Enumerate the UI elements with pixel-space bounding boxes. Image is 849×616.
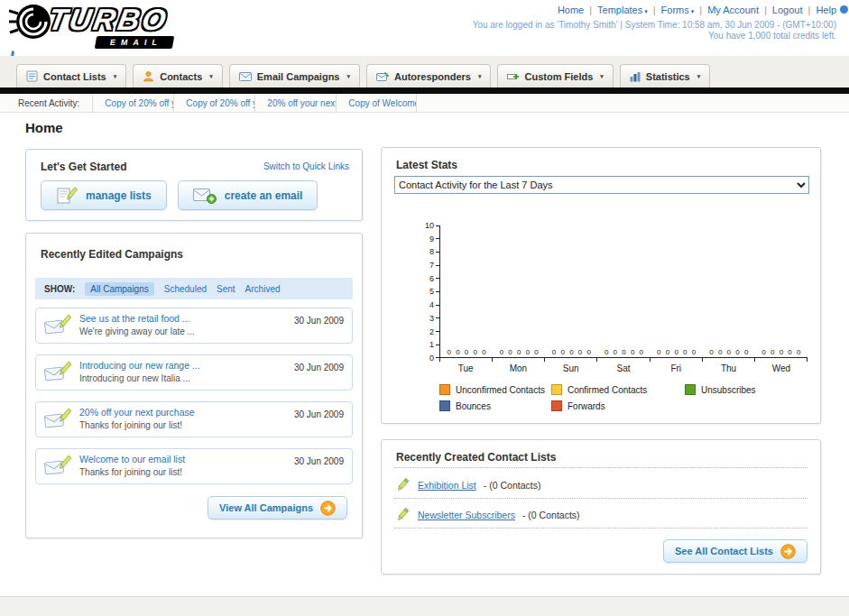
legend-swatch bbox=[685, 384, 696, 395]
recent-activity-item[interactable]: Copy of 20% off yo bbox=[92, 94, 173, 112]
logo-swoosh-icon bbox=[9, 3, 51, 42]
legend-item: Bounces bbox=[439, 400, 551, 411]
chart-x-label: Wed bbox=[755, 363, 807, 373]
campaign-title-link[interactable]: Welcome to our email list bbox=[79, 453, 286, 466]
campaign-title-link[interactable]: See us at the retail food ... bbox=[79, 312, 286, 326]
chart-y-tick: 7 bbox=[400, 261, 439, 270]
chart-legend: Unconfirmed ContactsConfirmed ContactsUn… bbox=[439, 384, 756, 411]
filter-scheduled[interactable]: Scheduled bbox=[164, 284, 207, 294]
chart-y-tick-label: 4 bbox=[429, 300, 434, 309]
chart-value-labels: 0 0 0 0 00 0 0 0 00 0 0 0 00 0 0 0 00 0 … bbox=[440, 348, 807, 356]
chart-y-tick: 4 bbox=[400, 300, 439, 309]
campaign-text: 20% off your next purchase Thanks for jo… bbox=[79, 406, 286, 433]
see-all-contact-lists-button[interactable]: See All Contact Lists bbox=[663, 539, 807, 563]
chart-y-tick-label: 6 bbox=[429, 274, 434, 283]
campaign-row[interactable]: 20% off your next purchase Thanks for jo… bbox=[35, 401, 353, 437]
legend-swatch bbox=[551, 400, 562, 411]
help-icon[interactable] bbox=[840, 5, 848, 14]
logo-main-text: TURBO bbox=[46, 3, 171, 37]
contact-list-row: Exhibition List - (0 Contacts) bbox=[394, 473, 807, 497]
campaign-row[interactable]: See us at the retail food ... We're givi… bbox=[35, 308, 353, 344]
campaign-row[interactable]: Welcome to our email list Thanks for joi… bbox=[35, 448, 353, 484]
campaign-date: 30 Jun 2009 bbox=[294, 456, 344, 466]
tab-label: Contact Lists bbox=[43, 71, 106, 82]
recent-activity-item[interactable]: Copy of Welcome to bbox=[336, 94, 417, 112]
chart-zero-values: 0 0 0 0 0 bbox=[440, 348, 493, 356]
chart-x-label: Sat bbox=[597, 363, 650, 373]
dropdown-arrow-icon: ▾ bbox=[644, 8, 648, 14]
campaign-list: See us at the retail food ... We're givi… bbox=[35, 308, 353, 484]
top-link-templates[interactable]: Templates▾ bbox=[597, 5, 648, 15]
recent-activity-text: Copy of Welcome to bbox=[348, 98, 417, 108]
chart-y-tick-label: 9 bbox=[429, 234, 434, 244]
see-all-contact-lists-label: See All Contact Lists bbox=[675, 546, 773, 556]
dropdown-arrow-icon: ▾ bbox=[600, 73, 604, 80]
legend-label: Unsubscribes bbox=[701, 385, 756, 395]
chart-y-tick: 9 bbox=[400, 234, 439, 244]
create-email-button[interactable]: create an email bbox=[178, 180, 318, 210]
filter-archived[interactable]: Archived bbox=[245, 284, 281, 294]
recent-activity-item[interactable]: 20% off your next bbox=[254, 94, 336, 112]
chart-x-label: Fri bbox=[650, 363, 702, 373]
chart-zero-values: 0 0 0 0 0 bbox=[755, 348, 807, 356]
filter-sent[interactable]: Sent bbox=[217, 284, 235, 294]
separator: | bbox=[699, 5, 702, 15]
chart-y-tick-label: 0 bbox=[429, 354, 434, 363]
campaigns-title: Recently Edited Campaigns bbox=[41, 248, 183, 261]
chart-y-tick: 0 bbox=[400, 354, 439, 363]
separator bbox=[394, 467, 807, 468]
chart-y-tick: 8 bbox=[400, 247, 439, 256]
legend-label: Unconfirmed Contacts bbox=[456, 385, 545, 395]
chart-plot-area: 0 0 0 0 00 0 0 0 00 0 0 0 00 0 0 0 00 0 … bbox=[439, 225, 807, 358]
tab-label: Email Campaigns bbox=[257, 71, 340, 82]
campaign-envelope-pencil-icon bbox=[44, 314, 71, 337]
manage-lists-label: manage lists bbox=[86, 189, 152, 202]
main-nav: Contact Lists▾ Contacts▾ Email Campaigns… bbox=[0, 56, 849, 87]
top-link-help[interactable]: Help bbox=[816, 5, 836, 15]
contact-list-link[interactable]: Newsletter Subscribers bbox=[418, 510, 515, 520]
tab-custom-fields[interactable]: Custom Fields▾ bbox=[497, 64, 613, 87]
chart-y-tick: 3 bbox=[400, 314, 439, 323]
top-link-logout[interactable]: Logout bbox=[772, 5, 803, 15]
tab-autoresponders[interactable]: Autoresponders▾ bbox=[366, 64, 491, 87]
tab-contact-lists[interactable]: Contact Lists▾ bbox=[16, 64, 126, 87]
manage-lists-icon bbox=[56, 186, 78, 206]
contact-list-count: - (0 Contacts) bbox=[522, 510, 580, 520]
campaign-title-link[interactable]: Introducing our new range ... bbox=[79, 359, 286, 372]
separator: | bbox=[589, 5, 592, 15]
view-all-campaigns-button[interactable]: View All Campaigns bbox=[208, 496, 347, 519]
chart-y-tick-label: 2 bbox=[429, 327, 434, 336]
legend-swatch bbox=[551, 384, 562, 395]
logo: TURBO EMAIL bbox=[9, 3, 235, 53]
contact-list-link[interactable]: Exhibition List bbox=[418, 480, 476, 491]
campaigns-panel: Recently Edited Campaigns SHOW: All Camp… bbox=[25, 233, 363, 538]
contact-lists-icon bbox=[26, 70, 38, 82]
recent-activity-item[interactable]: Copy of 20% off yo bbox=[173, 94, 254, 112]
chart-y-axis: 109876543210 bbox=[400, 221, 439, 363]
contact-list-count: - (0 Contacts) bbox=[484, 480, 541, 491]
chart-y-tick: 5 bbox=[400, 287, 439, 296]
recent-activity-text: Copy of 20% off yo bbox=[186, 98, 254, 108]
stats-activity-select[interactable]: Contact Activity for the Last 7 Days bbox=[394, 176, 809, 194]
switch-to-quick-links[interactable]: Switch to Quick Links bbox=[263, 161, 349, 171]
tab-label: Statistics bbox=[646, 71, 690, 82]
chart-x-label: Tue bbox=[439, 363, 492, 373]
filter-all-campaigns[interactable]: All Campaigns bbox=[85, 282, 153, 296]
tab-email-campaigns[interactable]: Email Campaigns▾ bbox=[229, 64, 360, 87]
manage-lists-button[interactable]: manage lists bbox=[41, 180, 167, 210]
top-link-my-account[interactable]: My Account bbox=[707, 5, 759, 15]
get-started-panel: Let's Get Started Switch to Quick Links … bbox=[25, 149, 363, 221]
separator: | bbox=[764, 5, 767, 15]
top-link-forms[interactable]: Forms▾ bbox=[661, 5, 695, 15]
tab-contacts[interactable]: Contacts▾ bbox=[133, 64, 223, 87]
chart-x-tick-mark bbox=[650, 358, 702, 362]
chart-y-tick: 2 bbox=[400, 327, 439, 336]
top-link-home[interactable]: Home bbox=[558, 5, 584, 15]
chart-x-ticks bbox=[439, 358, 807, 362]
legend-item: Unsubscribes bbox=[685, 384, 756, 395]
tab-statistics[interactable]: Statistics▾ bbox=[620, 64, 710, 87]
campaign-row[interactable]: Introducing our new range ... Introducin… bbox=[35, 354, 353, 391]
campaign-title-link[interactable]: 20% off your next purchase bbox=[79, 406, 286, 419]
campaign-subtitle: We're giving away our late ... bbox=[79, 326, 286, 339]
chart-x-labels: TueMonSunSatFriThuWed bbox=[439, 363, 807, 373]
